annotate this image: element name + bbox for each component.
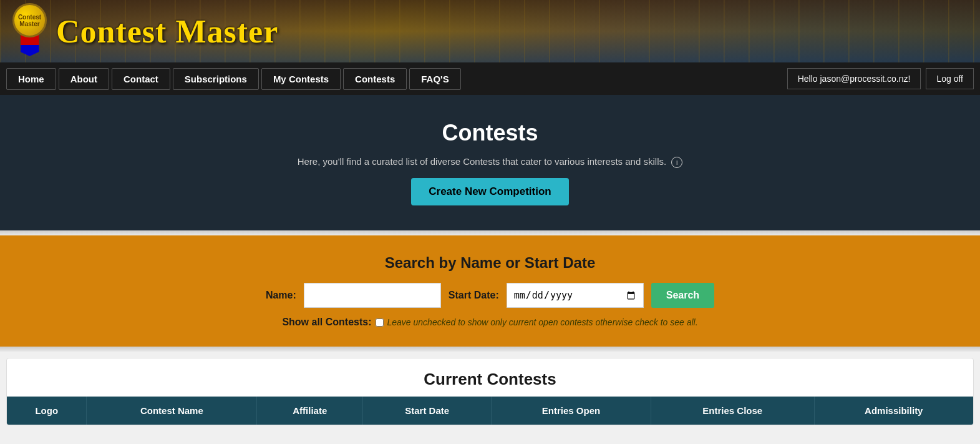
contests-hero: Contests Here, you'll find a curated lis… bbox=[0, 95, 980, 230]
navbar: Home About Contact Subscriptions My Cont… bbox=[0, 62, 980, 95]
info-icon[interactable]: i bbox=[671, 157, 682, 168]
nav-right: Hello jason@processit.co.nz! Log off bbox=[787, 68, 974, 89]
nav-contests[interactable]: Contests bbox=[343, 68, 407, 90]
nav-home[interactable]: Home bbox=[6, 68, 56, 90]
logo-medal: ContestMaster bbox=[6, 3, 53, 59]
name-search-input[interactable] bbox=[304, 283, 441, 308]
hero-title: Contests bbox=[442, 120, 538, 146]
search-button[interactable]: Search bbox=[651, 283, 714, 308]
search-title: Search by Name or Start Date bbox=[12, 254, 968, 272]
medal-circle: ContestMaster bbox=[12, 3, 47, 37]
nav-faqs[interactable]: FAQ'S bbox=[409, 68, 460, 90]
col-admissibility: Admissibility bbox=[814, 397, 973, 425]
logo-area: ContestMaster bbox=[0, 3, 53, 59]
nav-contact[interactable]: Contact bbox=[112, 68, 170, 90]
banner: ContestMaster Contest Master bbox=[0, 0, 980, 62]
start-date-input[interactable] bbox=[507, 283, 644, 308]
user-greeting-button[interactable]: Hello jason@processit.co.nz! bbox=[787, 68, 921, 89]
contests-table: Logo Contest Name Affiliate Start Date E… bbox=[7, 397, 973, 425]
col-logo: Logo bbox=[7, 397, 87, 425]
table-title: Current Contests bbox=[7, 358, 973, 397]
show-all-label: Show all Contests: bbox=[282, 317, 371, 328]
divider bbox=[0, 230, 980, 235]
show-all-row: Show all Contests: Leave unchecked to sh… bbox=[12, 317, 968, 328]
divider-2 bbox=[0, 347, 980, 352]
show-all-checkbox[interactable] bbox=[376, 318, 384, 327]
search-section: Search by Name or Start Date Name: Start… bbox=[0, 235, 980, 347]
hero-subtitle: Here, you'll find a curated list of dive… bbox=[298, 156, 683, 168]
table-header: Logo Contest Name Affiliate Start Date E… bbox=[7, 397, 973, 425]
site-title: Contest Master bbox=[56, 13, 278, 50]
show-all-hint: Leave unchecked to show only current ope… bbox=[387, 317, 698, 327]
col-contest-name: Contest Name bbox=[87, 397, 257, 425]
contests-table-section: Current Contests Logo Contest Name Affil… bbox=[6, 358, 974, 425]
create-competition-button[interactable]: Create New Competition bbox=[411, 178, 568, 205]
search-row: Name: Start Date: Search bbox=[12, 283, 968, 308]
nav-my-contests[interactable]: My Contests bbox=[261, 68, 341, 90]
medal-ribbon bbox=[21, 34, 39, 56]
table-header-row: Logo Contest Name Affiliate Start Date E… bbox=[7, 397, 973, 425]
col-start-date: Start Date bbox=[363, 397, 492, 425]
col-entries-open: Entries Open bbox=[491, 397, 651, 425]
start-date-label: Start Date: bbox=[449, 290, 499, 301]
col-entries-close: Entries Close bbox=[651, 397, 814, 425]
col-affiliate: Affiliate bbox=[257, 397, 363, 425]
logout-button[interactable]: Log off bbox=[926, 68, 974, 89]
name-label: Name: bbox=[266, 290, 296, 301]
nav-subscriptions[interactable]: Subscriptions bbox=[173, 68, 259, 90]
nav-about[interactable]: About bbox=[59, 68, 109, 90]
nav-left: Home About Contact Subscriptions My Cont… bbox=[6, 68, 785, 90]
